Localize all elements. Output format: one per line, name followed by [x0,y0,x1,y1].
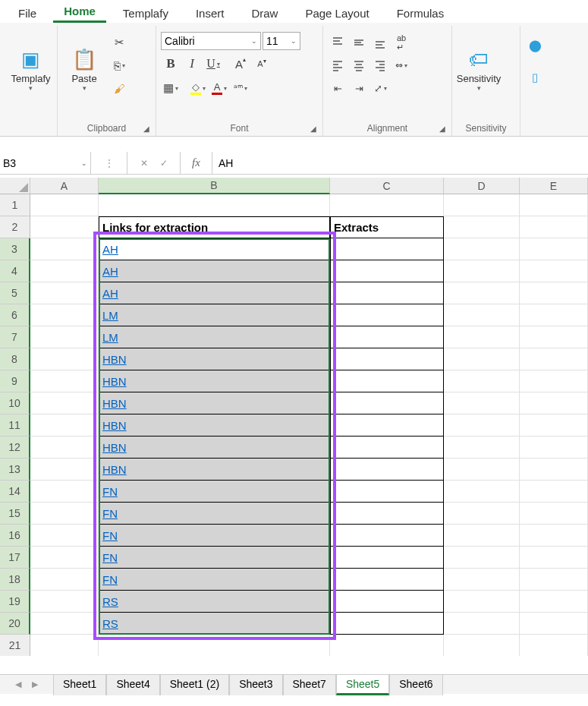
cell-E20[interactable] [520,613,588,635]
font-color-button[interactable]: A ▾ [209,77,229,99]
cell-C6[interactable] [330,304,444,326]
sensitivity-button[interactable]: 🏷 Sensitivity ▾ [457,32,501,108]
cell-C2[interactable]: Extracts [330,216,444,238]
cell-C7[interactable] [330,326,444,348]
font-name-select[interactable]: Calibri ⌄ [161,32,261,50]
copy-button[interactable]: ⎘▾ [109,55,129,76]
cell-B13[interactable]: HBN [99,459,330,481]
cell-E15[interactable] [520,503,588,525]
row-header-14[interactable]: 14 [0,481,30,503]
sheet-nav-prev[interactable]: ◀ [15,679,21,689]
overflow-button-2[interactable]: ▯ [525,67,545,88]
row-header-19[interactable]: 19 [0,591,30,613]
cell-B3[interactable]: AH [99,238,330,260]
clipboard-dialog-launcher[interactable]: ◢ [143,124,153,134]
cell-D11[interactable] [444,414,520,437]
row-header-10[interactable]: 10 [0,392,30,414]
sheet-tab-sheet3[interactable]: Sheet3 [229,674,282,695]
cell-A11[interactable] [30,414,99,437]
row-header-17[interactable]: 17 [0,547,30,569]
cell-B16[interactable]: FN [99,525,330,547]
column-header-A[interactable]: A [30,178,99,194]
row-header-6[interactable]: 6 [0,304,30,326]
cell-C10[interactable] [330,392,444,414]
alignment-dialog-launcher[interactable]: ◢ [439,124,448,134]
column-header-B[interactable]: B [99,178,330,194]
row-header-5[interactable]: 5 [0,282,30,304]
cell-B9[interactable]: HBN [99,370,330,392]
cell-C15[interactable] [330,503,444,525]
row-header-4[interactable]: 4 [0,260,30,282]
cell-B17[interactable]: FN [99,547,330,569]
cell-E5[interactable] [520,282,588,304]
cell-C13[interactable] [330,459,444,481]
cell-D6[interactable] [444,304,520,326]
column-header-E[interactable]: E [520,178,588,194]
increase-font-button[interactable]: A▴ [231,53,250,74]
cell-B11[interactable]: HBN [99,414,330,437]
cell-A13[interactable] [30,459,99,481]
cell-B1[interactable] [99,194,330,216]
cell-D3[interactable] [444,238,520,260]
cell-A1[interactable] [30,194,99,216]
sheet-nav-next[interactable]: ▶ [32,679,38,689]
cell-E14[interactable] [520,481,588,503]
row-header-20[interactable]: 20 [0,613,30,635]
cell-C4[interactable] [330,260,444,282]
cell-A17[interactable] [30,547,99,569]
enter-formula-button[interactable]: ✓ [160,158,168,169]
ribbon-tab-templafy[interactable]: Templafy [112,4,179,23]
cell-E8[interactable] [520,348,588,370]
orientation-button[interactable]: ⤢▾ [370,77,390,99]
cell-C8[interactable] [330,348,444,370]
cell-E7[interactable] [520,326,588,348]
cell-D14[interactable] [444,481,520,503]
cell-E18[interactable] [520,569,588,591]
overflow-button-1[interactable]: ⬤ [525,35,545,56]
sheet-tab-sheet6[interactable]: Sheet6 [389,674,442,695]
cell-E13[interactable] [520,459,588,481]
ribbon-tab-home[interactable]: Home [53,2,106,23]
increase-indent-button[interactable]: ⇥ [349,77,369,99]
row-header-18[interactable]: 18 [0,569,30,591]
cell-E19[interactable] [520,591,588,613]
align-center-button[interactable] [349,55,369,76]
underline-button[interactable]: U▾ [203,53,223,74]
cell-C5[interactable] [330,282,444,304]
row-header-12[interactable]: 12 [0,437,30,459]
cell-A21[interactable] [30,635,99,656]
select-all-corner[interactable] [0,178,30,194]
align-left-button[interactable] [328,55,347,76]
row-header-2[interactable]: 2 [0,216,30,238]
font-size-select[interactable]: 11 ⌄ [263,32,300,50]
cell-A10[interactable] [30,392,99,414]
cell-E4[interactable] [520,260,588,282]
cut-button[interactable]: ✂ [109,32,129,53]
bold-button[interactable]: B [161,53,181,74]
cell-D10[interactable] [444,392,520,414]
cell-A2[interactable] [30,216,99,238]
cell-B8[interactable]: HBN [99,348,330,370]
cell-A14[interactable] [30,481,99,503]
row-header-15[interactable]: 15 [0,503,30,525]
ribbon-tab-insert[interactable]: Insert [185,4,235,23]
cell-A8[interactable] [30,348,99,370]
cell-B5[interactable]: AH [99,282,330,304]
cell-B14[interactable]: FN [99,481,330,503]
cell-A6[interactable] [30,304,99,326]
formula-bar[interactable]: AH [212,152,588,174]
cell-E1[interactable] [520,194,588,216]
sheet-tab-sheet5[interactable]: Sheet5 [336,674,389,695]
cell-D20[interactable] [444,613,520,635]
row-header-3[interactable]: 3 [0,238,30,260]
ruby-button[interactable]: ᵃᵐ▾ [231,77,250,99]
column-header-D[interactable]: D [444,178,520,194]
cell-D16[interactable] [444,525,520,547]
templafy-button[interactable]: ▣ Templafy ▾ [9,32,52,108]
sheet-tab-sheet1-2-[interactable]: Sheet1 (2) [160,674,229,695]
paste-button[interactable]: 📋 Paste ▾ [62,32,106,108]
merge-center-button[interactable]: ⇔▾ [391,55,411,76]
cell-D12[interactable] [444,437,520,459]
name-box[interactable]: B3 ⌄ [0,152,91,174]
cell-D15[interactable] [444,503,520,525]
